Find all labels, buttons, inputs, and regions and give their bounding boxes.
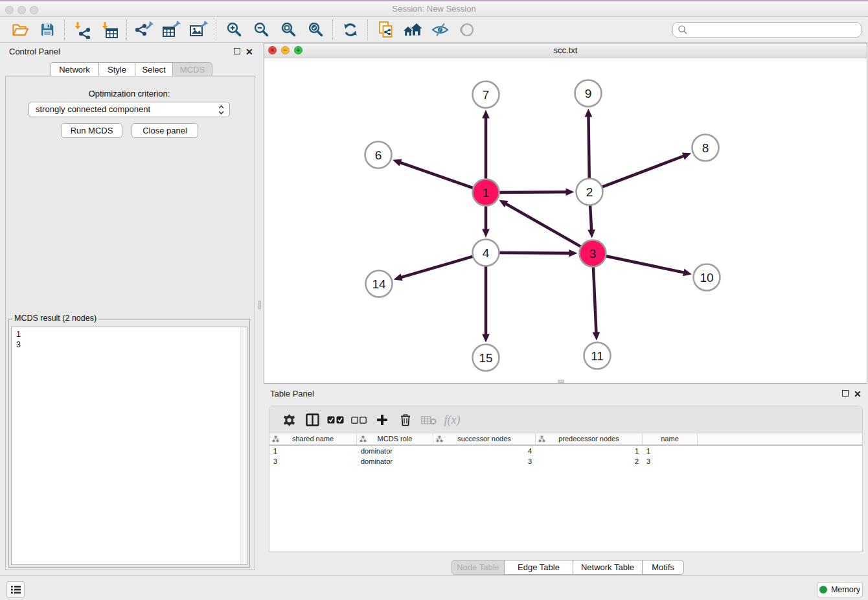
vertical-splitter-handle[interactable] xyxy=(258,301,261,309)
delete-column-button[interactable] xyxy=(394,408,417,432)
show-all-button[interactable] xyxy=(453,18,481,41)
zoom-in-button[interactable] xyxy=(220,18,247,41)
graph-node-15[interactable]: 15 xyxy=(473,345,499,371)
zoom-selected-button[interactable] xyxy=(302,18,329,41)
export-table-button[interactable] xyxy=(158,18,185,41)
graph-node-10[interactable]: 10 xyxy=(694,264,720,291)
hide-selected-button[interactable] xyxy=(426,18,453,41)
column-header-successor-nodes[interactable]: successor nodes xyxy=(433,433,536,444)
plus-icon xyxy=(376,414,388,426)
column-header-predecessor-nodes[interactable]: predecessor nodes xyxy=(536,433,643,444)
table-panel-tabs: Node TableEdge TableNetwork TableMotifs xyxy=(451,560,684,575)
tab-network[interactable]: Network xyxy=(50,62,99,77)
graph-edge-3-11[interactable] xyxy=(593,265,597,333)
table-settings-button[interactable] xyxy=(277,408,301,432)
graph-node-label: 2 xyxy=(586,185,593,199)
graph-node-label: 11 xyxy=(591,349,604,363)
zoom-fit-button[interactable] xyxy=(275,18,302,41)
eye-disabled-icon xyxy=(459,22,475,38)
first-neighbors-button[interactable] xyxy=(399,18,426,41)
open-session-button[interactable] xyxy=(6,18,34,41)
tab-mcds[interactable]: MCDS xyxy=(172,62,212,77)
create-column-button[interactable] xyxy=(371,408,394,432)
save-session-button[interactable] xyxy=(34,18,61,41)
column-header-shared-name[interactable]: shared name xyxy=(269,433,357,444)
graph-edge-arrowhead xyxy=(394,273,403,281)
select-chevrons-icon xyxy=(218,104,224,115)
graph-edge-3-1[interactable] xyxy=(505,203,582,248)
graph-edge-arrowhead xyxy=(585,108,593,117)
tab-node-table[interactable]: Node Table xyxy=(451,560,505,575)
run-mcds-button[interactable]: Run MCDS xyxy=(61,123,122,138)
graph-node-label: 14 xyxy=(372,277,386,291)
graph-edge-arrowhead xyxy=(569,249,577,257)
graph-edge-3-10[interactable] xyxy=(604,256,685,273)
control-panel-close-button[interactable]: ✕ xyxy=(246,48,253,56)
horizontal-splitter-handle[interactable] xyxy=(558,380,564,383)
list-icon xyxy=(10,585,21,594)
graph-node-label: 9 xyxy=(585,87,592,100)
apply-layout-button[interactable] xyxy=(337,18,364,41)
tab-edge-table[interactable]: Edge Table xyxy=(504,560,573,575)
graph-edge-4-3[interactable] xyxy=(497,253,570,253)
graph-edge-1-6[interactable] xyxy=(400,162,475,189)
graph-node-4[interactable]: 4 xyxy=(473,240,499,266)
column-header-name[interactable]: name xyxy=(643,433,698,444)
tab-motifs[interactable]: Motifs xyxy=(642,560,684,575)
cell-predecessor-nodes: 2 xyxy=(536,456,643,467)
close-panel-button[interactable]: Close panel xyxy=(131,123,198,138)
clone-network-button[interactable] xyxy=(372,18,399,41)
export-network-button[interactable] xyxy=(131,18,158,41)
hierarchy-icon xyxy=(360,435,367,443)
import-table-button[interactable] xyxy=(96,18,123,41)
graph-node-label: 15 xyxy=(479,351,492,365)
show-task-history-button[interactable] xyxy=(6,581,25,598)
checked-boxes-icon xyxy=(327,416,344,424)
toolbar-separator xyxy=(367,19,369,40)
table-panel-close-button[interactable]: ✕ xyxy=(854,390,862,398)
delete-table-button[interactable] xyxy=(417,408,440,432)
memory-button[interactable]: Memory xyxy=(817,582,863,597)
zoom-out-button[interactable] xyxy=(247,18,275,41)
graph-svg[interactable]: 1234678910111415 xyxy=(264,58,867,384)
search-input[interactable] xyxy=(672,22,862,38)
table-panel-float-button[interactable] xyxy=(842,390,849,397)
graph-node-1[interactable]: 1 xyxy=(473,179,499,206)
tab-style[interactable]: Style xyxy=(98,62,135,77)
mcds-result-area[interactable]: 13 xyxy=(11,327,247,565)
graph-edge-4-14[interactable] xyxy=(400,256,474,277)
graph-edge-2-9[interactable] xyxy=(588,115,589,179)
show-column-panel-button[interactable] xyxy=(301,408,324,432)
graph-node-7[interactable]: 7 xyxy=(473,82,499,108)
deselect-all-button[interactable] xyxy=(347,408,371,432)
graph-edge-arrowhead xyxy=(682,153,691,160)
table-row[interactable]: 1dominator411 xyxy=(269,446,862,456)
optimization-criterion-select[interactable]: strongly connected component xyxy=(29,102,230,117)
graph-edge-2-3[interactable] xyxy=(590,203,591,231)
zoom-in-icon xyxy=(226,21,242,38)
graph-node-8[interactable]: 8 xyxy=(692,135,719,161)
graph-edge-1-2[interactable] xyxy=(497,192,567,192)
result-scrollbar[interactable] xyxy=(240,327,247,564)
import-network-button[interactable] xyxy=(69,18,96,41)
graph-node-9[interactable]: 9 xyxy=(575,80,602,107)
open-folder-icon xyxy=(12,22,29,38)
graph-node-14[interactable]: 14 xyxy=(366,271,393,297)
graph-node-11[interactable]: 11 xyxy=(584,343,611,369)
graph-edge-2-8[interactable] xyxy=(600,156,684,187)
graph-node-6[interactable]: 6 xyxy=(365,142,392,168)
memory-status-icon xyxy=(819,586,827,594)
export-image-button[interactable] xyxy=(185,18,212,41)
network-window-title: scc.txt xyxy=(264,43,867,58)
column-header-mcds-role[interactable]: MCDS role xyxy=(357,433,433,444)
select-all-button[interactable] xyxy=(324,408,347,432)
function-builder-button[interactable]: f(x) xyxy=(440,408,464,432)
tab-network-table[interactable]: Network Table xyxy=(573,560,643,575)
graph-node-2[interactable]: 2 xyxy=(577,179,603,205)
tab-select[interactable]: Select xyxy=(135,62,173,77)
network-window-titlebar[interactable]: × − + scc.txt xyxy=(264,43,867,58)
graph-node-3[interactable]: 3 xyxy=(580,240,606,267)
control-panel-float-button[interactable] xyxy=(234,48,240,54)
search-box xyxy=(672,22,862,38)
table-row[interactable]: 3dominator323 xyxy=(269,456,862,467)
